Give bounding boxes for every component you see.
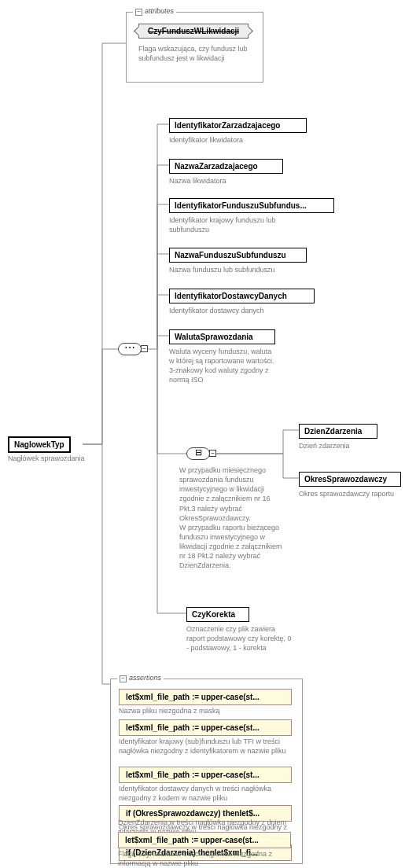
root-desc: Nagłówek sprawozdania [8,454,94,463]
element-label: IdentyfikatorDostawcyDanych [175,292,287,300]
element-desc: Oznaczenie czy plik zawiera raport podst… [186,624,293,653]
element-node[interactable]: WalutaSprawozdania [169,329,275,344]
element-label: CzyKorekta [192,610,235,619]
attribute-name: CzyFunduszWLikwidacji [148,27,239,35]
element-node[interactable]: NazwaZarzadzajacego [169,159,283,174]
attribute-desc: Flaga wskazująca, czy fundusz lub subfun… [138,44,256,63]
assertion-desc: Identyfikator dostawcy danych w treści n… [119,784,292,803]
assertion[interactable]: let$xml_file_path := upper-case(st... [118,832,291,848]
element-label: WalutaSprawozdania [175,333,253,341]
assertion[interactable]: let$xml_file_path := upper-case(st... [119,689,292,705]
element-label: NazwaZarzadzajacego [175,162,258,171]
element-label: NazwaFunduszuSubfunduszu [175,251,286,259]
choice-desc-item: Dzień zdarzenia [299,441,393,451]
element-desc: Identyfikator dostawcy danych [169,306,311,315]
element-label: IdentyfikatorFunduszuSubfundus... [175,201,307,210]
choice-desc-item: Okres sprawozdawczy raportu [299,489,401,498]
attribute-node[interactable]: CzyFunduszWLikwidacji [138,24,249,39]
element-desc: Waluta wyceny funduszu, waluta w której … [169,347,275,385]
choice-compositor[interactable]: − [186,447,210,460]
element-desc: Nazwa funduszu lub subfunduszu [169,265,311,274]
root-label: NaglowekTyp [14,440,64,449]
expand-icon[interactable]: − [141,345,148,352]
choice-element[interactable]: DzienZdarzenia [299,424,377,439]
element-desc: Nazwa likwidatora [169,176,311,186]
choice-label: OkresSprawozdawczy [304,475,387,484]
assertion-desc: Identyfikator krajowy (sub)funduszu lub … [119,737,292,756]
assertion[interactable]: let$xml_file_path := upper-case(st... [119,767,292,783]
choice-desc: W przypadku miesięcznego sprawozdania fu… [179,465,285,571]
element-node[interactable]: IdentyfikatorFunduszuSubfundus... [169,198,334,213]
element-label: IdentyfikatorZarzadzajacego [175,121,280,130]
element-node[interactable]: CzyKorekta [186,607,249,622]
choice-element[interactable]: OkresSprawozdawczy + [299,472,401,487]
element-node[interactable]: IdentyfikatorZarzadzajacego [169,118,307,133]
attributes-section: −attributes CzyFunduszWLikwidacji Flaga … [126,12,263,83]
element-desc: Identyfikator likwidatora [169,135,311,145]
root-element[interactable]: NaglowekTyp − [8,436,71,453]
minus-icon[interactable]: − [135,9,142,16]
assertion-desc: Nazwa pliku niezgodna z maską [119,706,292,715]
element-node[interactable]: IdentyfikatorDostawcyDanych [169,289,315,303]
expand-icon[interactable]: − [209,450,216,457]
attributes-label: −attributes [133,7,176,16]
assertions-label: −assertions [117,674,164,682]
choice-label: DzienZdarzenia [304,427,362,436]
sequence-compositor[interactable]: − [118,343,142,355]
element-desc: Identyfikator krajowy funduszu lub subfu… [169,215,311,234]
minus-icon[interactable]: − [120,675,127,682]
element-node[interactable]: NazwaFunduszuSubfunduszu [169,248,307,263]
assertion-desc: Flaga CzyKorekta w treści nagłówka niezg… [118,849,291,868]
assertion[interactable]: let$xml_file_path := upper-case(st... [119,719,292,736]
